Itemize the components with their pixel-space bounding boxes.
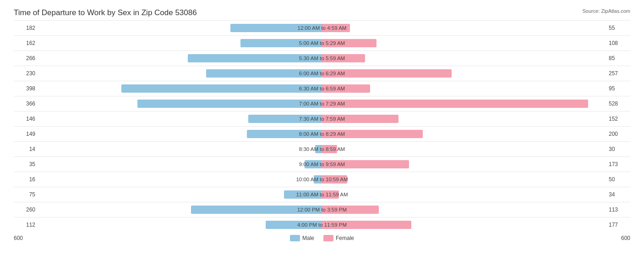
bars-area: 4:00 PM to 11:59 PM bbox=[39, 217, 605, 232]
male-value: 162 bbox=[14, 40, 39, 46]
bars-area: 9:00 AM to 9:59 AM bbox=[39, 157, 605, 172]
male-value: 146 bbox=[14, 116, 39, 122]
female-bar bbox=[322, 39, 377, 47]
chart-row: 1625:00 AM to 5:29 AM108 bbox=[14, 35, 630, 50]
female-bar bbox=[322, 100, 588, 108]
bars-area: 7:00 AM to 7:29 AM bbox=[39, 96, 605, 111]
legend: Male Female bbox=[39, 235, 605, 241]
male-bar bbox=[315, 145, 322, 153]
bars-area: 8:30 AM to 8:59 AM bbox=[39, 142, 605, 156]
legend-male: Male bbox=[290, 235, 314, 241]
female-bar bbox=[322, 115, 398, 123]
bars-area: 5:00 AM to 5:29 AM bbox=[39, 36, 605, 50]
male-value: 16 bbox=[14, 176, 39, 183]
female-bar bbox=[322, 84, 370, 93]
chart-row: 1467:30 AM to 7:59 AM152 bbox=[14, 111, 630, 126]
female-value: 528 bbox=[605, 100, 630, 107]
legend-female: Female bbox=[323, 235, 354, 241]
male-bar bbox=[305, 160, 322, 168]
male-value: 230 bbox=[14, 70, 39, 77]
legend-female-label: Female bbox=[336, 235, 354, 241]
male-bar bbox=[137, 100, 322, 108]
male-bar bbox=[121, 84, 322, 93]
bars-area: 12:00 PM to 3:59 PM bbox=[39, 202, 605, 217]
male-value: 112 bbox=[14, 222, 39, 228]
female-bar bbox=[322, 24, 350, 32]
male-value: 75 bbox=[14, 191, 39, 198]
bars-area: 11:00 AM to 11:59 AM bbox=[39, 187, 605, 202]
male-value: 398 bbox=[14, 85, 39, 92]
female-bar bbox=[322, 175, 347, 184]
male-bar bbox=[240, 39, 322, 47]
female-value: 55 bbox=[605, 25, 630, 31]
female-bar bbox=[322, 221, 411, 229]
chart-row: 359:00 AM to 9:59 AM173 bbox=[14, 156, 630, 172]
chart-row: 1610:00 AM to 10:59 AM50 bbox=[14, 172, 630, 187]
female-bar bbox=[322, 130, 423, 138]
chart-row: 3986:30 AM to 6:59 AM95 bbox=[14, 81, 630, 96]
female-bar bbox=[322, 206, 379, 214]
female-value: 177 bbox=[605, 222, 630, 228]
male-bar bbox=[191, 206, 322, 214]
male-bar bbox=[206, 69, 322, 78]
male-value: 14 bbox=[14, 146, 39, 152]
female-value: 30 bbox=[605, 146, 630, 152]
chart-row: 7511:00 AM to 11:59 AM34 bbox=[14, 187, 630, 202]
male-value: 149 bbox=[14, 131, 39, 137]
chart-row: 2665:30 AM to 5:59 AM85 bbox=[14, 50, 630, 66]
female-value: 34 bbox=[605, 191, 630, 198]
female-swatch bbox=[323, 235, 333, 241]
female-value: 95 bbox=[605, 85, 630, 92]
male-value: 266 bbox=[14, 55, 39, 61]
chart-title: Time of Departure to Work by Sex in Zip … bbox=[14, 8, 630, 17]
bottom-row: 600 Male Female 600 bbox=[14, 235, 630, 241]
female-value: 152 bbox=[605, 116, 630, 122]
male-bar bbox=[284, 190, 322, 199]
male-value: 182 bbox=[14, 25, 39, 31]
female-value: 108 bbox=[605, 40, 630, 46]
male-value: 366 bbox=[14, 100, 39, 107]
female-value: 200 bbox=[605, 131, 630, 137]
chart-body: 18212:00 AM to 4:59 AM551625:00 AM to 5:… bbox=[14, 20, 630, 232]
chart-row: 2306:00 AM to 6:29 AM257 bbox=[14, 66, 630, 81]
female-bar bbox=[322, 160, 409, 168]
legend-male-label: Male bbox=[302, 235, 314, 241]
female-bar bbox=[322, 190, 339, 199]
bars-area: 8:00 AM to 8:29 AM bbox=[39, 127, 605, 141]
axis-max: 600 bbox=[605, 235, 630, 241]
chart-container: Time of Departure to Work by Sex in Zip … bbox=[0, 0, 644, 273]
male-bar bbox=[230, 24, 322, 32]
female-value: 173 bbox=[605, 161, 630, 167]
chart-row: 26012:00 PM to 3:59 PM113 bbox=[14, 202, 630, 217]
male-bar bbox=[247, 130, 322, 138]
chart-row: 148:30 AM to 8:59 AM30 bbox=[14, 141, 630, 156]
female-value: 257 bbox=[605, 70, 630, 77]
male-bar bbox=[188, 54, 322, 62]
male-swatch bbox=[290, 235, 300, 241]
male-bar bbox=[314, 175, 322, 184]
male-value: 260 bbox=[14, 206, 39, 213]
axis-min: 600 bbox=[14, 235, 39, 241]
female-bar bbox=[322, 69, 452, 78]
chart-row: 1498:00 AM to 8:29 AM200 bbox=[14, 126, 630, 141]
female-bar bbox=[322, 145, 337, 153]
female-bar bbox=[322, 54, 365, 62]
bars-area: 7:30 AM to 7:59 AM bbox=[39, 111, 605, 126]
bars-area: 10:00 AM to 10:59 AM bbox=[39, 172, 605, 187]
bars-area: 6:30 AM to 6:59 AM bbox=[39, 81, 605, 96]
bars-area: 6:00 AM to 6:29 AM bbox=[39, 66, 605, 81]
male-value: 35 bbox=[14, 161, 39, 167]
female-value: 85 bbox=[605, 55, 630, 61]
chart-row: 3667:00 AM to 7:29 AM528 bbox=[14, 96, 630, 111]
chart-row: 1124:00 PM to 11:59 PM177 bbox=[14, 217, 630, 232]
male-bar bbox=[248, 115, 322, 123]
female-value: 50 bbox=[605, 176, 630, 183]
female-value: 113 bbox=[605, 206, 630, 213]
bars-area: 5:30 AM to 5:59 AM bbox=[39, 51, 605, 66]
chart-row: 18212:00 AM to 4:59 AM55 bbox=[14, 20, 630, 35]
bars-area: 12:00 AM to 4:59 AM bbox=[39, 21, 605, 35]
source-text: Source: ZipAtlas.com bbox=[582, 8, 630, 14]
male-bar bbox=[266, 221, 322, 229]
